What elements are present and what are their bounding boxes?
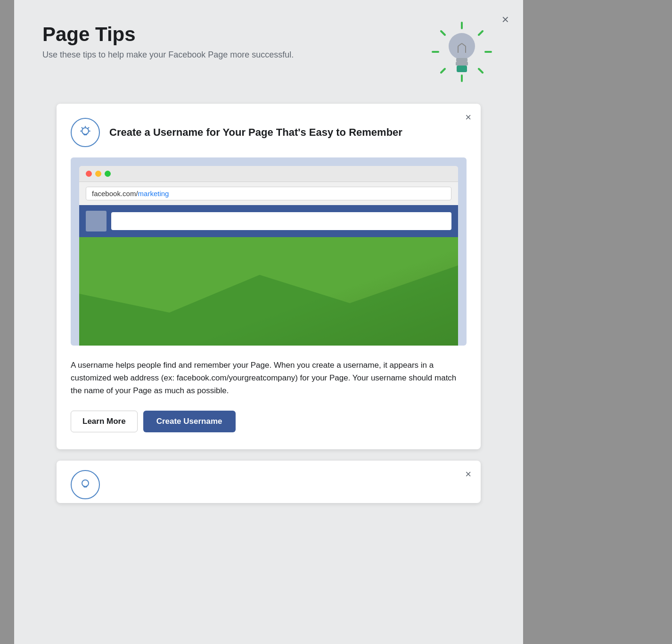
svg-line-4 [441, 31, 445, 35]
lightbulb-icon [77, 124, 93, 140]
tip-description: A username helps people find and remembe… [71, 359, 467, 397]
cover-wave-svg [79, 237, 458, 346]
svg-point-8 [449, 33, 475, 59]
tip-icon-circle-2 [71, 470, 100, 499]
svg-line-6 [479, 31, 483, 35]
svg-point-16 [82, 128, 89, 134]
browser-navbar [79, 205, 458, 237]
tip-card-2: × [57, 461, 481, 503]
svg-rect-15 [457, 66, 467, 72]
svg-line-5 [479, 69, 483, 73]
window-dot-green [105, 171, 111, 177]
svg-line-21 [88, 128, 89, 129]
browser-cover [79, 237, 458, 346]
svg-marker-25 [79, 265, 458, 346]
tip-card-1: × Create a Username for Your Page That's… [57, 104, 481, 449]
card-title: Create a Username for Your Page That's E… [109, 126, 402, 140]
create-username-button[interactable]: Create Username [143, 411, 236, 432]
nav-avatar [86, 211, 107, 231]
card2-header-row [71, 470, 467, 499]
card-header-row: Create a Username for Your Page That's E… [71, 118, 467, 147]
svg-rect-13 [456, 58, 467, 62]
card-close-button[interactable]: × [465, 111, 471, 124]
nav-search [111, 212, 451, 230]
svg-rect-14 [456, 62, 468, 66]
browser-titlebar [79, 166, 458, 182]
header-text: Page Tips Use these tips to help make yo… [42, 24, 294, 60]
url-highlight: marketing [138, 190, 169, 198]
panel-close-button[interactable]: × [502, 13, 509, 25]
page-tips-panel: Page Tips Use these tips to help make yo… [14, 0, 523, 644]
browser-mockup: facebook.com/marketing [71, 157, 467, 346]
svg-line-7 [441, 69, 445, 73]
url-static: facebook.com/ [92, 190, 138, 198]
window-dot-red [86, 171, 92, 177]
tip-icon-circle [71, 118, 100, 147]
lightbulb-illustration [429, 19, 495, 85]
lightbulb-icon-2 [77, 477, 93, 493]
card2-close-button[interactable]: × [465, 468, 471, 480]
action-buttons: Learn More Create Username [71, 411, 467, 432]
svg-line-22 [82, 128, 83, 129]
panel-header: Page Tips Use these tips to help make yo… [14, 0, 523, 99]
browser-window: facebook.com/marketing [79, 166, 458, 346]
address-bar: facebook.com/marketing [86, 187, 451, 200]
panel-subtitle: Use these tips to help make your Faceboo… [42, 50, 294, 60]
window-dot-yellow [95, 171, 101, 177]
learn-more-button[interactable]: Learn More [71, 411, 138, 432]
panel-title: Page Tips [42, 24, 294, 45]
svg-point-26 [82, 480, 89, 487]
